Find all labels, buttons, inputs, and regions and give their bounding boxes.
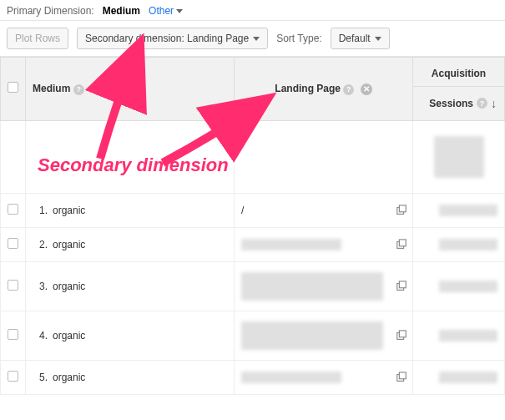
row-checkbox[interactable] [8,371,18,382]
chevron-down-icon [253,37,260,41]
column-landing-header[interactable]: Landing Page [275,83,341,94]
primary-dimension-other-label: Other [149,5,174,17]
svg-rect-9 [399,372,406,378]
medium-cell[interactable]: 1.organic [26,193,235,227]
landing-cell[interactable] [235,311,413,360]
sort-descending-icon[interactable]: ↓ [491,97,497,110]
redacted-total [434,136,484,178]
select-all-checkbox[interactable] [8,82,18,93]
redacted-value [241,372,341,383]
chevron-down-icon [375,37,381,41]
table-row: 1.organic/ [1,193,505,227]
sort-type-dropdown[interactable]: Default [331,28,390,49]
report-table: Medium ? Landing Page ? ✕ Acquisition Se… [0,57,505,395]
primary-dimension-label: Primary Dimension: [7,5,94,17]
medium-cell[interactable]: 2.organic [26,227,235,261]
medium-cell[interactable]: 5.organic [26,360,235,394]
row-checkbox[interactable] [8,280,18,291]
open-link-icon[interactable] [396,205,407,216]
sort-type-label: Sort Type: [276,33,321,44]
table-row: 5.organic [1,360,505,394]
redacted-value [439,330,497,342]
help-icon[interactable]: ? [73,84,84,95]
medium-cell[interactable]: 3.organic [26,261,235,311]
sessions-cell [413,311,505,360]
svg-rect-7 [399,330,406,337]
sessions-cell [413,261,505,311]
summary-row [1,120,505,193]
help-icon[interactable]: ? [343,84,354,95]
sessions-cell [413,227,505,261]
landing-cell[interactable] [235,360,413,394]
secondary-dimension-dropdown[interactable]: Secondary dimension: Landing Page [77,28,268,49]
column-acquisition-header: Acquisition [432,68,486,79]
plot-rows-button[interactable]: Plot Rows [7,28,68,49]
sessions-cell [413,360,505,394]
table-row: 3.organic [1,261,505,311]
open-link-icon[interactable] [396,281,407,292]
landing-cell[interactable] [235,227,413,261]
primary-dimension-active[interactable]: Medium [103,5,140,17]
redacted-value [241,239,341,250]
open-link-icon[interactable] [396,372,407,383]
sessions-cell [413,193,505,227]
open-link-icon[interactable] [396,239,407,250]
redacted-value [241,321,383,350]
open-link-icon[interactable] [396,330,407,342]
column-sessions-header[interactable]: Sessions [429,98,473,109]
plot-rows-label: Plot Rows [15,33,60,44]
redacted-value [439,205,497,216]
svg-rect-3 [399,239,406,245]
column-medium-header[interactable]: Medium [33,83,70,94]
redacted-value [439,372,497,383]
sort-type-value: Default [339,33,371,44]
redacted-value [439,239,497,250]
row-checkbox[interactable] [8,238,18,249]
svg-rect-1 [399,205,406,211]
primary-dimension-other[interactable]: Other [149,5,183,17]
remove-secondary-dimension-icon[interactable]: ✕ [361,83,372,95]
row-checkbox[interactable] [8,329,18,340]
redacted-value [241,272,383,301]
landing-value: / [241,205,244,216]
toolbar: Plot Rows Secondary dimension: Landing P… [0,21,505,57]
row-checkbox[interactable] [8,204,18,215]
medium-cell[interactable]: 4.organic [26,311,235,360]
help-icon[interactable]: ? [477,98,487,109]
table-row: 4.organic [1,311,505,360]
chevron-down-icon [176,9,183,13]
primary-dimension-bar: Primary Dimension: Medium Other [0,0,505,21]
svg-rect-5 [399,281,406,287]
table-row: 2.organic [1,227,505,261]
landing-cell[interactable]: / [235,193,413,227]
landing-cell[interactable] [235,261,413,311]
secondary-dimension-label: Secondary dimension: Landing Page [85,33,249,44]
redacted-value [439,281,497,292]
